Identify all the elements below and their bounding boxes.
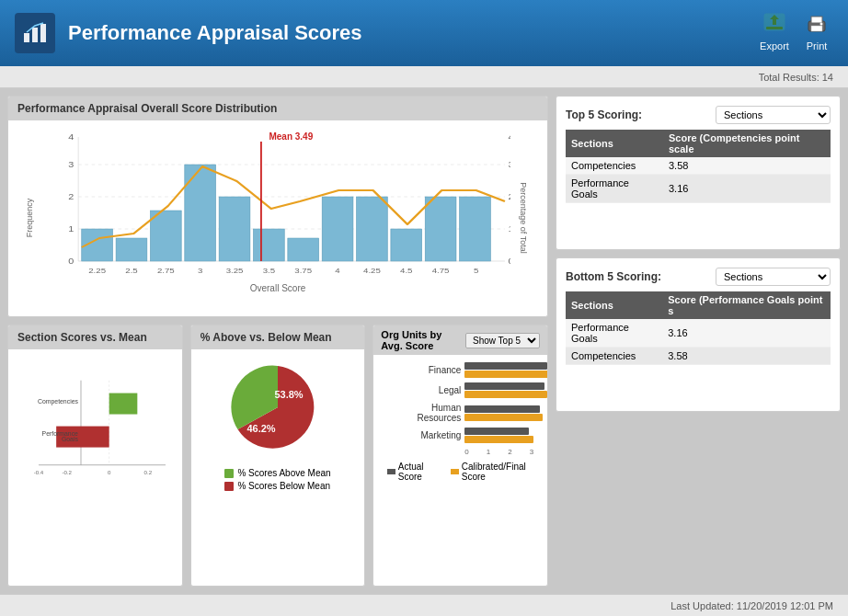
table-row: Competencies 3.58 bbox=[566, 348, 831, 365]
left-column: Performance Appraisal Overall Score Dist… bbox=[7, 96, 548, 587]
org-bar-finance: Finance bbox=[387, 362, 538, 378]
right-spacer bbox=[556, 419, 841, 587]
svg-text:0.2: 0.2 bbox=[144, 469, 153, 475]
calibrated-legend-dot bbox=[451, 469, 458, 474]
svg-rect-1 bbox=[32, 28, 38, 42]
svg-text:4.5: 4.5 bbox=[400, 267, 412, 275]
bottom5-col2-header: Score (Performance Goals point s bbox=[662, 291, 831, 319]
legal-calibrated-bar bbox=[464, 391, 547, 398]
svg-text:1: 1 bbox=[68, 224, 74, 234]
above-below-card: % Above vs. Below Mean 53.8% 46.2% bbox=[190, 325, 366, 587]
finance-actual-bar bbox=[464, 362, 547, 370]
bottom5-row1-col1: Performance Goals bbox=[566, 319, 662, 348]
svg-rect-21 bbox=[322, 197, 353, 261]
calibrated-legend-label: Calibrated/Final Score bbox=[462, 462, 538, 482]
svg-point-8 bbox=[820, 23, 823, 26]
total-results-bar: Total Results: 14 bbox=[0, 66, 848, 88]
svg-text:-0.2: -0.2 bbox=[62, 469, 72, 475]
svg-rect-6 bbox=[811, 17, 822, 23]
actual-legend-dot bbox=[387, 469, 395, 474]
svg-rect-2 bbox=[40, 24, 46, 42]
bottom5-card: Bottom 5 Scoring: Sections Competencies … bbox=[556, 257, 841, 412]
svg-text:Competencies: Competencies bbox=[38, 398, 79, 405]
svg-text:2: 2 bbox=[68, 192, 74, 201]
svg-rect-17 bbox=[185, 165, 216, 261]
org-bars-container: Finance Legal bbox=[383, 362, 538, 482]
export-label: Export bbox=[760, 40, 789, 51]
pie-svg: 53.8% 46.2% bbox=[213, 357, 342, 462]
top5-table: Sections Score (Competencies point scale… bbox=[566, 130, 831, 203]
print-button[interactable]: Print bbox=[800, 7, 833, 51]
svg-text:3: 3 bbox=[68, 160, 74, 169]
svg-rect-23 bbox=[391, 229, 422, 261]
hr-actual-bar bbox=[464, 405, 540, 413]
top5-header: Top 5 Scoring: Sections Competencies Per… bbox=[566, 106, 831, 124]
y-axis-left-label: Frequency bbox=[25, 198, 34, 237]
header-actions: Export Print bbox=[758, 7, 833, 51]
last-updated: Last Updated: 11/20/2019 12:01 PM bbox=[670, 600, 833, 611]
x-axis-label: Overall Score bbox=[45, 283, 510, 293]
svg-text:5: 5 bbox=[474, 267, 478, 275]
bottom5-header: Bottom 5 Scoring: Sections Competencies … bbox=[566, 268, 831, 286]
svg-text:30: 30 bbox=[509, 160, 510, 169]
bottom5-spacer bbox=[566, 365, 831, 402]
svg-text:2.25: 2.25 bbox=[88, 267, 106, 275]
svg-text:3.25: 3.25 bbox=[226, 267, 244, 275]
marketing-calibrated-bar bbox=[464, 436, 533, 443]
top5-row2-col1: Performance Goals bbox=[566, 175, 663, 203]
svg-text:53.8%: 53.8% bbox=[274, 389, 303, 400]
org-units-title: Org Units by Avg. Score bbox=[381, 329, 465, 351]
svg-text:Performance: Performance bbox=[42, 430, 79, 437]
export-icon bbox=[758, 7, 791, 40]
svg-rect-52 bbox=[109, 394, 138, 415]
export-button[interactable]: Export bbox=[758, 7, 791, 51]
org-units-card: Org Units by Avg. Score Show Top 5 Show … bbox=[372, 325, 548, 587]
bottom5-label: Bottom 5 Scoring: bbox=[566, 270, 661, 283]
bottom5-row2-col2: 3.58 bbox=[662, 348, 831, 365]
top5-row1-col1: Competencies bbox=[566, 157, 663, 175]
section-scores-title: Section Scores vs. Mean bbox=[8, 325, 182, 349]
top5-dropdown[interactable]: Sections Competencies Performance Goals bbox=[716, 106, 831, 124]
svg-rect-25 bbox=[460, 197, 491, 261]
svg-rect-19 bbox=[253, 229, 284, 261]
svg-rect-20 bbox=[288, 238, 319, 261]
org-units-header: Org Units by Avg. Score Show Top 5 Show … bbox=[373, 325, 547, 355]
section-scores-card: Section Scores vs. Mean Competenci bbox=[7, 325, 183, 587]
bottom-row: Section Scores vs. Mean Competenci bbox=[7, 325, 548, 587]
below-label: % Scores Below Mean bbox=[237, 481, 330, 491]
below-dot bbox=[224, 482, 234, 491]
legend-below: % Scores Below Mean bbox=[224, 481, 330, 491]
table-row: Competencies 3.58 bbox=[566, 157, 831, 175]
svg-text:46.2%: 46.2% bbox=[246, 423, 275, 434]
svg-rect-15 bbox=[116, 238, 147, 261]
top5-row1-col2: 3.58 bbox=[663, 157, 831, 175]
total-results: Total Results: 14 bbox=[759, 72, 833, 83]
right-column: Top 5 Scoring: Sections Competencies Per… bbox=[556, 96, 841, 587]
svg-text:0: 0 bbox=[108, 469, 111, 475]
svg-text:10: 10 bbox=[509, 224, 510, 234]
y-axis-right-label: Percentage of Total bbox=[518, 182, 527, 253]
org-bar-hr: Human Resources bbox=[387, 403, 538, 423]
svg-text:0: 0 bbox=[68, 257, 74, 266]
top5-spacer bbox=[566, 203, 831, 240]
above-label: % Scores Above Mean bbox=[237, 468, 330, 478]
app-logo bbox=[15, 13, 55, 53]
org-units-dropdown[interactable]: Show Top 5 Show All bbox=[465, 333, 540, 348]
svg-rect-24 bbox=[425, 197, 456, 261]
bottom5-dropdown[interactable]: Sections Competencies Performance Goals bbox=[716, 268, 831, 286]
svg-text:2.75: 2.75 bbox=[157, 267, 175, 275]
pie-legend: % Scores Above Mean % Scores Below Mean bbox=[224, 468, 330, 491]
top5-row2-col2: 3.16 bbox=[663, 175, 831, 203]
distribution-svg: 0 1 2 3 4 0 10 20 30 40 2.25 2.5 2.75 3 bbox=[45, 128, 510, 284]
app-header: Performance Appraisal Scores Export bbox=[0, 0, 848, 66]
legend-above: % Scores Above Mean bbox=[224, 468, 330, 478]
top5-card: Top 5 Scoring: Sections Competencies Per… bbox=[556, 96, 841, 250]
top5-col2-header: Score (Competencies point scale bbox=[663, 130, 831, 157]
bottom5-row1-col2: 3.16 bbox=[662, 319, 831, 348]
svg-text:3.5: 3.5 bbox=[263, 267, 275, 275]
svg-text:-0.4: -0.4 bbox=[34, 469, 44, 475]
section-scores-svg: Competencies Performance Goals -0.4 -0.2… bbox=[17, 357, 173, 499]
svg-rect-0 bbox=[24, 33, 29, 42]
table-row: Performance Goals 3.16 bbox=[566, 175, 831, 203]
svg-text:Goals: Goals bbox=[62, 436, 79, 442]
